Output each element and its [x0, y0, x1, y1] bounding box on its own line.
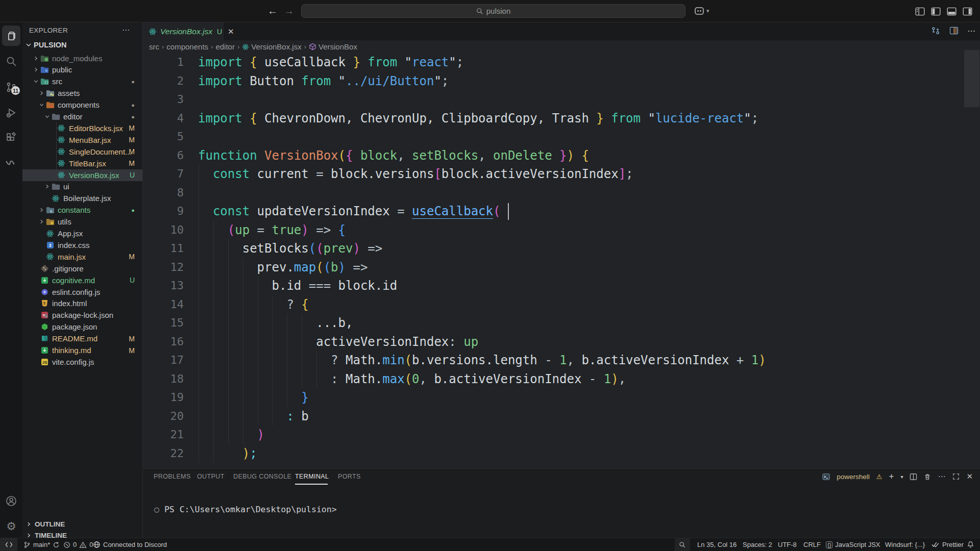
explorer-activity-icon[interactable]: [5, 29, 18, 42]
tree-item-titlebar-jsx[interactable]: TitleBar.jsxM: [22, 158, 142, 169]
chevron-right-icon: [43, 183, 51, 190]
panel-tab-problems[interactable]: PROBLEMS: [154, 473, 191, 480]
tree-item-package-json[interactable]: package.json: [22, 321, 142, 333]
notifications-bell-icon[interactable]: [967, 538, 974, 551]
tree-item-node-modules[interactable]: node_modules: [22, 53, 142, 64]
cascade-assistant-icon[interactable]: [693, 5, 705, 17]
panel-tab-output[interactable]: OUTPUT: [197, 473, 225, 480]
tree-item-readme-md[interactable]: README.mdM: [22, 333, 142, 344]
settings-gear-icon[interactable]: ⚙: [5, 520, 18, 533]
tree-item-package-lock-json[interactable]: npackage-lock.json: [22, 309, 142, 321]
tree-item-main-jsx[interactable]: main.jsxM: [22, 251, 142, 263]
kill-terminal-icon[interactable]: [924, 473, 931, 481]
close-panel-icon[interactable]: ✕: [966, 472, 973, 481]
tree-item-ui[interactable]: ui: [22, 181, 142, 192]
tree-item-versionbox-jsx[interactable]: VersionBox.jsxU: [22, 169, 142, 181]
split-editor-icon[interactable]: [949, 26, 959, 36]
customize-layout-icon[interactable]: [915, 7, 925, 16]
section-outline[interactable]: OUTLINE: [26, 518, 65, 530]
code-editor[interactable]: 1import { useCallback } from "react";2im…: [143, 53, 980, 468]
language-mode-status[interactable]: {}JavaScript JSX: [826, 538, 880, 551]
discord-status[interactable]: Connected to Discord: [93, 538, 167, 551]
tree-item-label: src: [52, 77, 62, 86]
breadcrumb-versionbox[interactable]: VersionBox: [309, 42, 357, 51]
encoding-status[interactable]: UTF-8: [778, 538, 797, 551]
tree-item-boilerplate-jsx[interactable]: Boilerplate.jsx: [22, 192, 142, 204]
editor-more-actions-icon[interactable]: ⋯: [967, 26, 976, 36]
tree-item-editorblocks-jsx[interactable]: EditorBlocks.jsxM: [22, 122, 142, 134]
eol-status[interactable]: CRLF: [803, 538, 821, 551]
tree-item-assets[interactable]: assets: [22, 87, 142, 99]
problems-status[interactable]: 0 0: [63, 538, 93, 551]
remote-indicator[interactable]: [0, 538, 17, 551]
terminal-prompt-text: PS C:\Users\omkar\Desktop\pulsion>: [164, 505, 337, 514]
code-line-14: ? {: [198, 295, 309, 314]
breadcrumb-src[interactable]: src: [149, 42, 159, 51]
windsurf-activity-icon[interactable]: [5, 156, 18, 169]
tree-item-components[interactable]: components●: [22, 99, 142, 111]
tree-item--gitignore[interactable]: .gitignore: [22, 263, 142, 274]
panel-tab-terminal[interactable]: TERMINAL: [295, 473, 329, 480]
tree-item-editor[interactable]: editor●: [22, 111, 142, 122]
source-control-activity-icon[interactable]: 11: [5, 81, 18, 94]
windsurf-status[interactable]: Windsurf: {...}: [885, 538, 925, 551]
panel-more-actions-icon[interactable]: ⋯: [938, 472, 946, 481]
tree-item-cognitive-md[interactable]: cognitive.mdU: [22, 274, 142, 286]
code-line-21: ): [198, 425, 264, 444]
breadcrumb-components[interactable]: components: [166, 42, 208, 51]
terminal-prompt-line[interactable]: ○ PS C:\Users\omkar\Desktop\pulsion>: [154, 505, 337, 514]
scm-badge: 11: [11, 86, 20, 95]
scrollbar-slider[interactable]: [964, 50, 979, 107]
command-center-search[interactable]: pulsion: [301, 4, 685, 18]
line-number: 7: [158, 165, 184, 184]
tab-versionbox[interactable]: VersionBox.jsx U ✕: [143, 22, 224, 40]
code-line-10: (up = true) => {: [198, 221, 346, 240]
line-number: 9: [158, 202, 184, 221]
source-control-graph-icon[interactable]: [930, 26, 941, 36]
tree-item-app-jsx[interactable]: App.jsx: [22, 228, 142, 239]
git-branch-status[interactable]: main*: [23, 538, 60, 551]
tree-item-thinking-md[interactable]: thinking.mdM: [22, 344, 142, 356]
tree-item-public[interactable]: public: [22, 64, 142, 76]
formatter-status[interactable]: Prettier: [932, 538, 964, 551]
new-terminal-icon[interactable]: +: [889, 471, 894, 482]
account-icon[interactable]: [5, 494, 18, 508]
toggle-sidebar-icon[interactable]: [931, 7, 941, 16]
tree-item-singledocument-[interactable]: SingleDocument...M: [22, 146, 142, 158]
tree-item-src[interactable]: ❬❭src●: [22, 76, 142, 87]
run-debug-activity-icon[interactable]: [5, 106, 18, 119]
terminal-shell-label[interactable]: powershell: [837, 473, 870, 481]
breadcrumb-editor[interactable]: editor: [215, 42, 235, 51]
maximize-panel-icon[interactable]: [952, 473, 960, 480]
panel-tab-ports[interactable]: PORTS: [338, 473, 361, 480]
indent-guide: [287, 314, 287, 407]
explorer-more-actions-icon[interactable]: ⋯: [122, 26, 130, 35]
tree-item-constants[interactable]: πconstants●: [22, 204, 142, 216]
toggle-panel-icon[interactable]: [947, 7, 957, 16]
split-terminal-icon[interactable]: [910, 473, 917, 481]
search-status-icon[interactable]: [675, 538, 690, 551]
tree-item-index-html[interactable]: 5index.html: [22, 297, 142, 309]
toggle-secondary-sidebar-icon[interactable]: [963, 7, 972, 16]
tree-item-eslint-config-js[interactable]: eslint.config.js: [22, 286, 142, 298]
search-activity-icon[interactable]: [5, 55, 18, 68]
nav-forward-icon[interactable]: →: [284, 5, 294, 17]
tree-item-vite-config-js[interactable]: JSvite.config.js: [22, 356, 142, 368]
nav-back-icon[interactable]: ←: [267, 5, 278, 17]
chevron-down-icon[interactable]: ▾: [706, 8, 709, 14]
terminal-dropdown-icon[interactable]: ▾: [900, 474, 903, 480]
git-icon: [39, 265, 50, 272]
no-chevron: [38, 241, 45, 248]
tree-item-index-css[interactable]: 3index.css: [22, 239, 142, 251]
tree-item-menubar-jsx[interactable]: MenuBar.jsxM: [22, 134, 142, 146]
tab-close-icon[interactable]: ✕: [228, 27, 234, 36]
breadcrumb-versionbox-jsx[interactable]: VersionBox.jsx: [242, 42, 301, 51]
sync-icon[interactable]: [53, 541, 60, 548]
line-number: 21: [158, 425, 184, 444]
project-root-row[interactable]: PULSION: [22, 39, 142, 51]
panel-tab-debug-console[interactable]: DEBUG CONSOLE: [233, 473, 291, 480]
cursor-position-status[interactable]: Ln 35, Col 16: [697, 538, 737, 551]
indentation-status[interactable]: Spaces: 2: [743, 538, 772, 551]
extensions-activity-icon[interactable]: [5, 131, 18, 144]
tree-item-utils[interactable]: utils: [22, 216, 142, 228]
